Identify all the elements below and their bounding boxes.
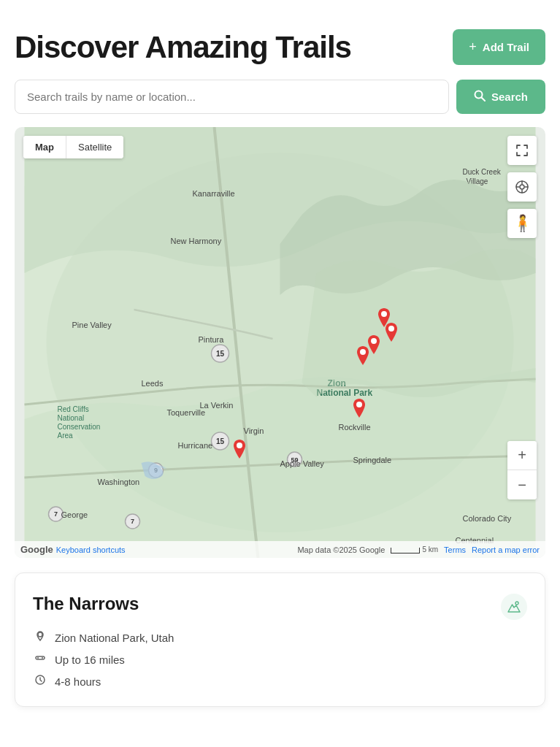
svg-text:Apple Valley: Apple Valley bbox=[280, 459, 325, 468]
svg-text:15: 15 bbox=[216, 437, 225, 445]
map-type-controls: Map Satellite bbox=[23, 136, 123, 158]
map-data-credit: Map data ©2025 Google bbox=[297, 545, 385, 554]
svg-text:George: George bbox=[61, 510, 88, 519]
trail-duration: 4-8 hours bbox=[55, 675, 101, 688]
svg-point-48 bbox=[371, 338, 377, 344]
map-pin-6[interactable] bbox=[231, 440, 248, 461]
svg-text:National: National bbox=[58, 414, 85, 422]
svg-text:Washington: Washington bbox=[98, 478, 140, 486]
svg-text:Leeds: Leeds bbox=[142, 379, 164, 388]
trail-location: Zion National Park, Utah bbox=[55, 632, 174, 644]
map-footer: Google Keyboard shortcuts Map data ©2025… bbox=[15, 541, 545, 558]
trail-details: Zion National Park, Utah Up to 16 miles bbox=[33, 630, 527, 689]
trail-duration-item: 4-8 hours bbox=[33, 674, 527, 689]
map-street-view-button[interactable]: 🧍 bbox=[507, 209, 537, 238]
svg-text:Duck Creek: Duck Creek bbox=[463, 168, 502, 176]
mountain-icon bbox=[507, 600, 521, 613]
svg-text:Red Cliffs: Red Cliffs bbox=[58, 405, 89, 413]
map-footer-right: Map data ©2025 Google 5 km Terms Report … bbox=[297, 545, 540, 554]
page-title: Discover Amazing Trails bbox=[15, 30, 351, 65]
svg-point-50 bbox=[356, 402, 362, 407]
plus-icon: + bbox=[469, 39, 477, 55]
trail-card-0: The Narrows Zion National Park, Utah bbox=[15, 572, 545, 707]
trail-card-header: The Narrows bbox=[33, 594, 527, 620]
svg-text:Springdale: Springdale bbox=[353, 456, 392, 464]
google-logo: Google bbox=[20, 544, 53, 555]
map-container: 15 15 9 59 7 7 Kanarraville Duck Creek V… bbox=[15, 127, 545, 558]
svg-text:Pintura: Pintura bbox=[199, 335, 225, 344]
search-label: Search bbox=[491, 91, 528, 103]
svg-text:Virgin: Virgin bbox=[244, 426, 264, 435]
svg-text:New Harmony: New Harmony bbox=[171, 237, 222, 245]
svg-point-52 bbox=[515, 602, 518, 605]
svg-text:7: 7 bbox=[131, 518, 134, 525]
svg-point-47 bbox=[388, 326, 394, 332]
trail-card-icon bbox=[501, 594, 527, 620]
svg-point-56 bbox=[42, 657, 43, 659]
search-input[interactable] bbox=[15, 80, 449, 114]
scale-label: 5 km bbox=[422, 545, 438, 553]
svg-point-46 bbox=[381, 311, 387, 317]
svg-text:Rockville: Rockville bbox=[339, 423, 371, 432]
search-icon bbox=[474, 90, 486, 104]
report-error-link[interactable]: Report a map error bbox=[472, 545, 540, 554]
svg-text:Hurricane: Hurricane bbox=[178, 441, 213, 450]
expand-icon bbox=[515, 144, 529, 157]
svg-line-1 bbox=[481, 98, 485, 101]
person-icon: 🧍 bbox=[513, 214, 532, 233]
trail-distance: Up to 16 miles bbox=[55, 654, 125, 666]
trail-name: The Narrows bbox=[33, 594, 139, 614]
svg-text:Conservation: Conservation bbox=[58, 423, 101, 431]
map-type-map-btn[interactable]: Map bbox=[23, 136, 66, 158]
distance-icon bbox=[33, 652, 47, 667]
svg-text:Colorado City: Colorado City bbox=[463, 514, 512, 523]
map-zoom-out-button[interactable]: − bbox=[507, 470, 537, 499]
svg-text:Kanarraville: Kanarraville bbox=[193, 189, 235, 198]
scale-bar: 5 km bbox=[391, 545, 438, 553]
svg-point-51 bbox=[237, 443, 242, 448]
search-button[interactable]: Search bbox=[456, 80, 545, 114]
svg-text:Area: Area bbox=[58, 432, 74, 440]
map-pin-5[interactable] bbox=[350, 399, 368, 421]
location-icon bbox=[33, 630, 47, 645]
svg-rect-54 bbox=[36, 656, 45, 659]
add-trail-label: Add Trail bbox=[483, 41, 529, 53]
svg-point-49 bbox=[360, 349, 366, 355]
keyboard-shortcuts-link[interactable]: Keyboard shortcuts bbox=[56, 545, 126, 554]
terms-link[interactable]: Terms bbox=[444, 545, 466, 554]
page-container: Discover Amazing Trails + Add Trail Sear… bbox=[0, 0, 560, 747]
svg-text:Pine Valley: Pine Valley bbox=[72, 321, 112, 329]
map-type-satellite-btn[interactable]: Satellite bbox=[66, 136, 123, 158]
search-section: Search bbox=[15, 80, 545, 114]
map-pin-4[interactable] bbox=[354, 346, 372, 368]
svg-point-55 bbox=[37, 657, 39, 659]
map-svg: 15 15 9 59 7 7 Kanarraville Duck Creek V… bbox=[15, 127, 545, 558]
svg-text:Toquerville: Toquerville bbox=[167, 408, 206, 417]
clock-icon bbox=[33, 674, 47, 689]
map-zoom-in-button[interactable]: + bbox=[507, 441, 537, 470]
trail-location-item: Zion National Park, Utah bbox=[33, 630, 527, 645]
map-expand-button[interactable] bbox=[507, 136, 537, 165]
scale-line bbox=[391, 548, 420, 553]
map-zoom-controls: + − bbox=[507, 441, 537, 499]
tilt-icon bbox=[515, 180, 529, 194]
add-trail-button[interactable]: + Add Trail bbox=[453, 29, 545, 65]
svg-point-53 bbox=[38, 632, 42, 637]
svg-text:7: 7 bbox=[54, 510, 58, 518]
map-tilt-button[interactable] bbox=[507, 172, 537, 202]
map-pin-2[interactable] bbox=[383, 323, 400, 345]
svg-point-41 bbox=[520, 185, 524, 189]
trail-distance-item: Up to 16 miles bbox=[33, 652, 527, 667]
map-footer-left: Google Keyboard shortcuts bbox=[20, 544, 126, 555]
svg-text:15: 15 bbox=[216, 350, 225, 358]
header-section: Discover Amazing Trails + Add Trail bbox=[15, 0, 545, 80]
search-input-wrapper bbox=[15, 80, 449, 114]
